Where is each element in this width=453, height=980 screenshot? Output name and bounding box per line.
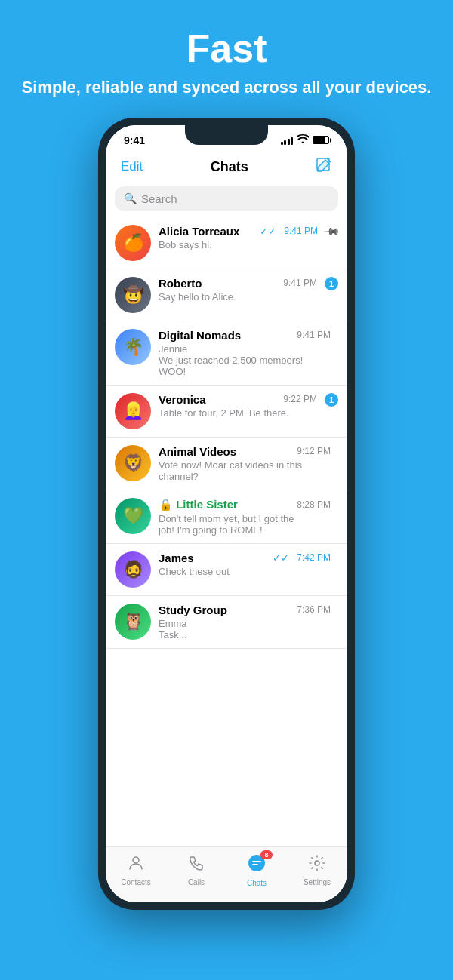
chats-title: Chats: [211, 159, 248, 175]
chat-meta: 1: [325, 393, 338, 407]
sender-name: Emma: [159, 618, 331, 629]
chat-message: Table for four, 2 PM. Be there.: [159, 407, 310, 419]
avatar-veronica: 👱‍♀️: [115, 393, 151, 429]
avatar-animal: 🦁: [115, 445, 151, 481]
chats-tab-icon: [247, 858, 267, 877]
list-item[interactable]: 👱‍♀️Veronica9:22 PMTable for four, 2 PM.…: [106, 386, 347, 438]
chat-time: 9:12 PM: [297, 446, 331, 456]
tab-settings[interactable]: Settings: [287, 854, 347, 886]
header-title: Fast: [22, 27, 432, 70]
tab-calls[interactable]: Calls: [166, 854, 226, 886]
chat-content: Animal Videos9:12 PMVote now! Moar cat v…: [159, 445, 331, 482]
chat-message: Say hello to Alice.: [159, 291, 310, 303]
chat-content: Alicia Torreaux✓✓9:41 PMBob says hi.: [159, 225, 318, 250]
phone-screen: 9:41 Edit Chat: [106, 125, 347, 902]
wifi-icon: [297, 134, 309, 146]
chat-content: Digital Nomads9:41 PMJennieWe just reach…: [159, 329, 331, 377]
list-item[interactable]: 🦉Study Group7:36 PMEmmaTask...: [106, 596, 347, 649]
avatar-study: 🦉: [115, 604, 151, 640]
chat-content: Veronica9:22 PMTable for four, 2 PM. Be …: [159, 393, 317, 419]
chat-name: 🔒 Little Sister: [159, 498, 238, 512]
chat-name: Veronica: [159, 393, 206, 406]
chat-name: Roberto: [159, 277, 202, 290]
avatar-roberto: 🤠: [115, 277, 151, 313]
notch: [185, 125, 268, 145]
chat-message: Vote now! Moar cat videos in this channe…: [159, 459, 310, 482]
sender-name: Jennie: [159, 343, 331, 355]
tab-contacts[interactable]: Contacts: [106, 854, 166, 886]
unread-badge: 1: [325, 393, 338, 407]
chat-message: Bob says hi.: [159, 239, 310, 250]
phone-frame: 9:41 Edit Chat: [98, 118, 355, 910]
chat-time: 9:41 PM: [284, 226, 318, 236]
chat-meta: 📌: [325, 225, 338, 237]
chat-time: 9:22 PM: [283, 394, 317, 404]
chat-content: James✓✓7:42 PMCheck these out: [159, 551, 331, 577]
search-icon: 🔍: [124, 192, 137, 204]
chat-name: James: [159, 551, 194, 564]
contacts-tab-label: Contacts: [121, 878, 150, 886]
header-subtitle: Simple, reliable and synced across all y…: [22, 76, 432, 100]
signal-bars-icon: [281, 136, 294, 145]
chat-time: 8:28 PM: [297, 499, 331, 510]
list-item[interactable]: 🤠Roberto9:41 PMSay hello to Alice.1: [106, 269, 347, 321]
list-item[interactable]: 💚🔒 Little Sister8:28 PMDon't tell mom ye…: [106, 490, 347, 544]
list-item[interactable]: 🌴Digital Nomads9:41 PMJennieWe just reac…: [106, 321, 347, 386]
chat-time: 7:36 PM: [297, 604, 331, 615]
chat-message: We just reached 2,500 members! WOO!: [159, 355, 310, 377]
chat-time: 9:41 PM: [297, 330, 331, 340]
list-item[interactable]: 🦁Animal Videos9:12 PMVote now! Moar cat …: [106, 438, 347, 490]
header-section: Fast Simple, reliable and synced across …: [22, 0, 432, 118]
avatar-sister: 💚: [115, 498, 151, 534]
chat-meta: 1: [325, 277, 338, 290]
calls-tab-icon: [187, 857, 205, 876]
contacts-tab-icon: [127, 857, 145, 876]
search-bar-container: 🔍 Search: [106, 183, 347, 217]
avatar-alicia: 🍊: [115, 225, 151, 261]
chat-name: Alicia Torreaux: [159, 225, 239, 238]
avatar-digital: 🌴: [115, 329, 151, 365]
chat-name: Digital Nomads: [159, 329, 241, 342]
settings-tab-label: Settings: [304, 878, 331, 886]
tab-chats[interactable]: 8Chats: [226, 853, 287, 887]
chat-content: Roberto9:41 PMSay hello to Alice.: [159, 277, 317, 303]
svg-point-3: [315, 861, 319, 865]
settings-tab-icon: [308, 857, 326, 876]
battery-icon: [313, 136, 329, 144]
chat-list: 🍊Alicia Torreaux✓✓9:41 PMBob says hi.📌🤠R…: [106, 217, 347, 846]
list-item[interactable]: 🧔James✓✓7:42 PMCheck these out: [106, 544, 347, 596]
pin-icon: 📌: [323, 222, 341, 239]
chat-message: Check these out: [159, 566, 310, 577]
chat-time: 9:41 PM: [283, 278, 317, 288]
list-item[interactable]: 🍊Alicia Torreaux✓✓9:41 PMBob says hi.📌: [106, 217, 347, 269]
chats-tab-label: Chats: [247, 879, 267, 887]
nav-bar: Edit Chats: [106, 151, 347, 183]
search-placeholder: Search: [141, 192, 177, 205]
unread-badge: 1: [325, 277, 338, 290]
status-icons: [281, 134, 330, 146]
calls-tab-label: Calls: [188, 878, 205, 886]
double-check-icon: ✓✓: [260, 226, 276, 237]
chat-message: Don't tell mom yet, but I got the job! I…: [159, 513, 310, 536]
tab-bar: Contacts Calls 8Chats Settings: [106, 846, 347, 902]
chat-name: Animal Videos: [159, 445, 236, 458]
chat-message: Task...: [159, 629, 310, 641]
chat-time: 7:42 PM: [297, 552, 331, 563]
compose-button[interactable]: [316, 157, 332, 177]
chat-content: 🔒 Little Sister8:28 PMDon't tell mom yet…: [159, 498, 331, 536]
chat-name: Study Group: [159, 604, 227, 616]
status-time: 9:41: [124, 134, 145, 146]
avatar-james: 🧔: [115, 551, 151, 588]
status-bar: 9:41: [106, 125, 347, 151]
chat-content: Study Group7:36 PMEmmaTask...: [159, 604, 331, 641]
svg-point-1: [133, 857, 139, 863]
chats-tab-badge: 8: [260, 850, 273, 859]
double-check-icon: ✓✓: [273, 552, 289, 564]
search-bar[interactable]: 🔍 Search: [115, 186, 338, 211]
edit-button[interactable]: Edit: [121, 159, 143, 174]
